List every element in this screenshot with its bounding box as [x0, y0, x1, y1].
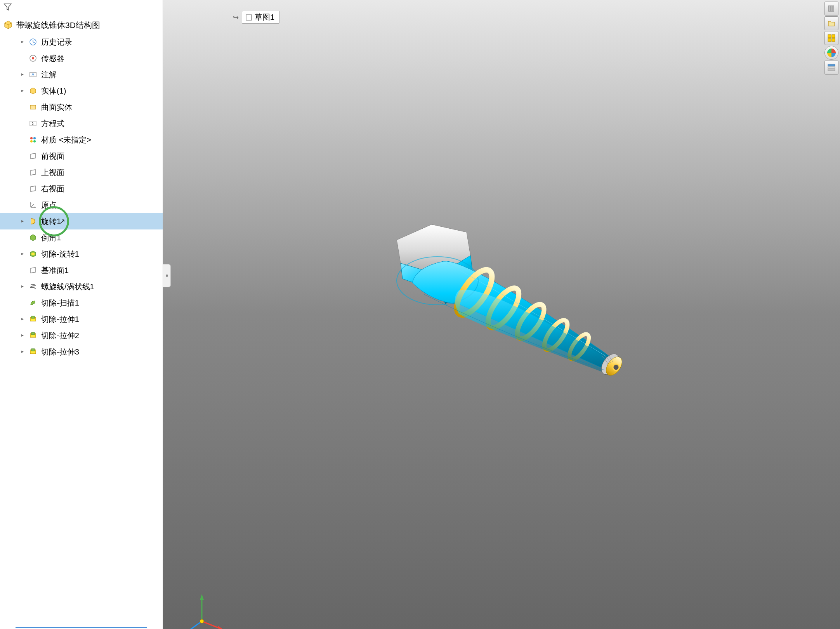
part-icon: [3, 20, 13, 30]
svg-rect-14: [31, 316, 35, 318]
tree-item-4[interactable]: 曲面实体: [0, 99, 163, 115]
toolbar-appearance[interactable]: [824, 46, 838, 60]
expand-arrow-icon[interactable]: ▸: [19, 315, 26, 323]
tree-item-13[interactable]: ▸切除-旋转1: [0, 246, 163, 262]
tree-item-3[interactable]: ▸实体(1): [0, 83, 163, 99]
svg-marker-11: [30, 202, 31, 203]
tree-item-label: 注解: [41, 68, 57, 82]
axis-triad: [182, 586, 229, 629]
expand-arrow-icon[interactable]: ▸: [19, 70, 26, 79]
tree-item-label: 原点: [41, 198, 57, 212]
svg-point-2: [32, 57, 34, 59]
svg-rect-18: [31, 349, 35, 351]
tree-item-label: 材质 <未指定>: [41, 133, 91, 147]
tree-item-19[interactable]: ▸切除-拉伸3: [0, 344, 163, 360]
svg-rect-20: [828, 6, 830, 11]
plane-icon: [28, 265, 38, 275]
svg-rect-26: [832, 38, 835, 42]
svg-point-9: [30, 140, 33, 142]
toolbar-list[interactable]: [824, 61, 838, 75]
tree-item-14[interactable]: 基准面1: [0, 262, 163, 278]
svg-marker-43: [218, 626, 224, 629]
cutextrude-icon: [28, 347, 38, 357]
tree-item-2[interactable]: ▸A注解: [0, 66, 163, 83]
svg-rect-19: [246, 15, 252, 20]
tree-item-label: 切除-拉伸2: [41, 328, 79, 342]
svg-rect-29: [828, 67, 835, 68]
tree-item-11[interactable]: ▸旋转1↖: [0, 213, 163, 229]
tree-item-label: 螺旋线/涡状线1: [41, 280, 94, 294]
tree-item-9[interactable]: 右视面: [0, 181, 163, 197]
tree-item-label: 上视面: [41, 165, 64, 179]
tree-item-label: 切除-拉伸1: [41, 312, 79, 326]
tree-item-17[interactable]: ▸切除-拉伸1: [0, 311, 163, 327]
tree-item-label: 切除-旋转1: [41, 247, 79, 261]
tree-item-label: 切除-扫描1: [41, 296, 79, 310]
svg-rect-21: [830, 6, 832, 11]
svg-marker-12: [35, 207, 36, 208]
svg-point-7: [30, 137, 33, 139]
tree-item-label: 右视面: [41, 182, 64, 196]
toolbar-books[interactable]: [824, 2, 838, 16]
tree-item-7[interactable]: 前视面: [0, 148, 163, 164]
tree-item-8[interactable]: 上视面: [0, 164, 163, 181]
svg-marker-41: [200, 594, 204, 600]
tree-item-label: 实体(1): [41, 84, 66, 98]
tree-item-label: 旋转1: [41, 214, 61, 228]
breadcrumb-label: 草图1: [255, 12, 274, 23]
svg-text:Σ: Σ: [32, 121, 35, 126]
svg-point-46: [200, 619, 204, 623]
equation-icon: Σ: [28, 118, 38, 129]
origin-icon: [28, 200, 38, 210]
tree-root[interactable]: 带螺旋线锥体3D结构图: [0, 17, 163, 34]
svg-rect-30: [828, 69, 835, 71]
filter-icon[interactable]: [3, 2, 12, 12]
helix-icon: [28, 281, 38, 292]
tree-item-5[interactable]: Σ方程式: [0, 115, 163, 132]
toolbar-panels[interactable]: [824, 31, 838, 45]
toolbar-folder[interactable]: [824, 16, 838, 30]
sketch-icon: [245, 14, 252, 21]
tree-item-16[interactable]: 切除-扫描1: [0, 295, 163, 311]
tree-item-18[interactable]: ▸切除-拉伸2: [0, 327, 163, 344]
material-icon: [28, 135, 38, 145]
tree-item-6[interactable]: 材质 <未指定>: [0, 132, 163, 148]
tree-item-label: 前视面: [41, 149, 64, 163]
3d-viewport[interactable]: ↪ 草图1: [163, 0, 840, 629]
svg-rect-23: [828, 35, 831, 38]
breadcrumb-item[interactable]: 草图1: [242, 11, 279, 24]
filter-row: [0, 1, 163, 15]
tree-item-15[interactable]: ▸螺旋线/涡状线1: [0, 278, 163, 295]
plane-icon: [28, 184, 38, 194]
tree-item-label: 历史记录: [41, 35, 72, 49]
expand-arrow-icon[interactable]: ▸: [19, 331, 26, 340]
tree-item-1[interactable]: 传感器: [0, 50, 163, 66]
tree-item-0[interactable]: ▸历史记录: [0, 34, 163, 50]
tree-item-label: 方程式: [41, 116, 64, 130]
expand-arrow-icon[interactable]: ▸: [19, 348, 26, 356]
svg-point-8: [33, 137, 36, 139]
tree-item-10[interactable]: 原点: [0, 197, 163, 213]
expand-arrow-icon[interactable]: ▸: [19, 250, 26, 258]
tree-item-12[interactable]: 倒角1: [0, 229, 163, 246]
expand-arrow-icon[interactable]: ▸: [19, 38, 26, 46]
svg-rect-22: [832, 6, 834, 11]
svg-rect-28: [828, 64, 835, 66]
expand-arrow-icon[interactable]: ▸: [19, 282, 26, 291]
tree-item-label: 曲面实体: [41, 100, 72, 114]
expand-arrow-icon[interactable]: ▸: [19, 87, 26, 95]
cutrevolve-icon: [28, 249, 38, 259]
tree-root-label: 带螺旋线锥体3D结构图: [16, 18, 100, 33]
cutextrude-icon: [28, 314, 38, 324]
sidebar-collapse-handle[interactable]: [163, 264, 171, 287]
expand-arrow-icon[interactable]: ▸: [19, 217, 26, 226]
tree-item-label: 切除-拉伸3: [41, 345, 79, 359]
3d-model: [362, 193, 641, 411]
plane-icon: [28, 151, 38, 161]
breadcrumb-arrow-icon: ↪: [233, 13, 239, 22]
cutextrude-icon: [28, 330, 38, 341]
svg-text:A: A: [31, 72, 35, 77]
svg-point-10: [33, 140, 36, 142]
sensor-icon: [28, 53, 38, 63]
chamfer-icon: [28, 233, 38, 243]
